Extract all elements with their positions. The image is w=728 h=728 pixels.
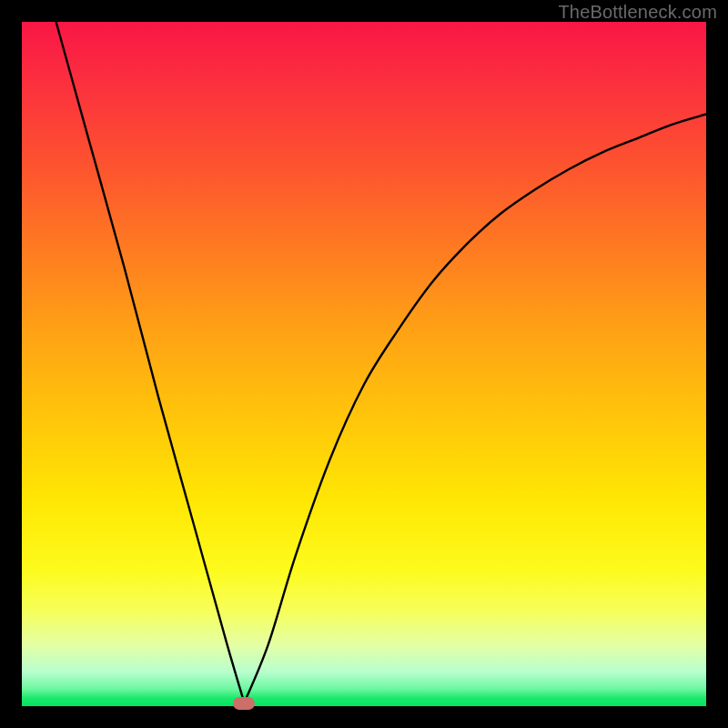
plot-area [22,22,706,706]
chart-frame: TheBottleneck.com [0,0,728,728]
optimum-marker [233,697,255,710]
curve-path [56,22,706,706]
bottleneck-curve [22,22,706,706]
attribution-text: TheBottleneck.com [558,2,717,23]
